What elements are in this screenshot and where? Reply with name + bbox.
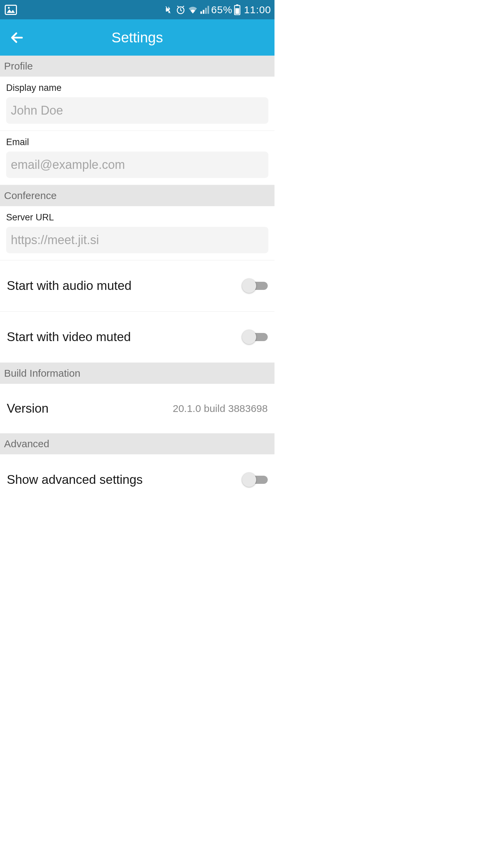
svg-rect-0	[5, 5, 17, 14]
page-title: Settings	[111, 29, 163, 46]
switch-thumb	[242, 473, 256, 487]
signal-icon	[200, 5, 209, 15]
status-bar: 65% 11:00	[0, 0, 274, 19]
video-muted-switch[interactable]	[242, 329, 268, 345]
svg-rect-9	[236, 4, 238, 5]
audio-muted-label: Start with audio muted	[7, 279, 131, 293]
show-advanced-row[interactable]: Show advanced settings	[0, 454, 274, 488]
switch-thumb	[242, 279, 256, 293]
audio-muted-row[interactable]: Start with audio muted	[0, 260, 274, 312]
version-value: 20.1.0 build 3883698	[173, 403, 268, 414]
display-name-field: Display name	[0, 77, 274, 131]
svg-marker-1	[7, 9, 15, 13]
svg-rect-10	[235, 8, 239, 14]
back-button[interactable]	[3, 24, 30, 51]
email-input[interactable]	[6, 152, 268, 178]
svg-point-2	[8, 7, 9, 8]
section-profile-header: Profile	[0, 56, 274, 77]
server-url-field: Server URL	[0, 206, 274, 260]
video-muted-row[interactable]: Start with video muted	[0, 312, 274, 363]
server-url-input[interactable]	[6, 227, 268, 253]
show-advanced-label: Show advanced settings	[7, 473, 143, 487]
email-field: Email	[0, 131, 274, 185]
battery-percent: 65%	[211, 4, 232, 16]
status-left	[3, 5, 17, 15]
svg-rect-7	[207, 6, 209, 14]
audio-muted-switch[interactable]	[242, 278, 268, 294]
section-build-header: Build Information	[0, 363, 274, 384]
vibrate-mute-icon	[163, 5, 174, 15]
svg-rect-6	[205, 8, 207, 14]
picture-icon	[5, 5, 17, 15]
wifi-icon	[187, 5, 198, 15]
video-muted-label: Start with video muted	[7, 330, 131, 344]
status-time: 11:00	[244, 4, 271, 16]
section-advanced-header: Advanced	[0, 433, 274, 454]
email-label: Email	[6, 137, 268, 147]
status-right: 65% 11:00	[163, 4, 271, 16]
version-row: Version 20.1.0 build 3883698	[0, 384, 274, 433]
section-conference-header: Conference	[0, 185, 274, 206]
app-bar: Settings	[0, 19, 274, 56]
battery-icon	[234, 4, 241, 15]
display-name-input[interactable]	[6, 97, 268, 124]
version-label: Version	[7, 401, 48, 416]
show-advanced-switch[interactable]	[242, 472, 268, 488]
arrow-left-icon	[9, 30, 24, 45]
svg-rect-4	[200, 11, 202, 14]
switch-thumb	[242, 330, 256, 344]
alarm-icon	[175, 5, 186, 15]
svg-rect-5	[203, 10, 204, 14]
display-name-label: Display name	[6, 83, 268, 93]
server-url-label: Server URL	[6, 212, 268, 223]
